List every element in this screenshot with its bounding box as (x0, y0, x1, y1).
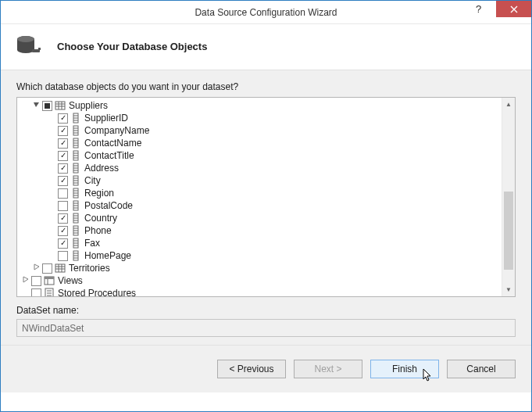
tree-label: Country (84, 212, 117, 224)
tree-label: Suppliers (69, 99, 108, 112)
checkbox-sprocs[interactable] (31, 288, 41, 298)
window-title: Data Source Configuration Wizard (1, 7, 531, 18)
tree-label: Region (84, 187, 114, 199)
tree-node-column[interactable]: ✓SupplierID (20, 112, 512, 124)
close-button[interactable] (496, 1, 531, 17)
checkbox-views[interactable] (31, 276, 41, 286)
tree-node-territories[interactable]: Territories (20, 262, 512, 274)
checkbox[interactable] (58, 251, 68, 261)
dataset-name-label: DataSet name: (16, 305, 516, 316)
svg-rect-3 (38, 48, 41, 50)
stored-procedures-icon (44, 288, 55, 297)
svg-rect-63 (45, 277, 54, 279)
prompt-label: Which database objects do you want in yo… (16, 81, 516, 92)
column-icon (70, 238, 81, 249)
tree-node-views[interactable]: Views (20, 274, 512, 287)
column-icon (70, 125, 81, 136)
expand-icon[interactable] (31, 262, 41, 274)
tree-node-column[interactable]: PostalCode (20, 199, 512, 212)
tree-label: City (84, 174, 101, 187)
column-icon (70, 138, 81, 149)
tree-label: Phone (84, 224, 112, 237)
checkbox[interactable] (58, 188, 68, 199)
checkbox[interactable]: ✓ (58, 113, 68, 124)
finish-button[interactable]: Finish (370, 360, 439, 378)
tree-label: HomePage (84, 249, 131, 262)
checkbox[interactable]: ✓ (58, 151, 68, 161)
column-icon (70, 188, 81, 199)
tree-node-column[interactable]: ✓CompanyName (20, 124, 512, 137)
checkbox[interactable]: ✓ (58, 226, 68, 236)
tree-node-column[interactable]: Region (20, 187, 512, 199)
checkbox[interactable]: ✓ (58, 163, 68, 174)
collapse-icon[interactable] (31, 99, 41, 112)
wizard-content: Which database objects do you want in yo… (1, 70, 531, 345)
tree-node-column[interactable]: HomePage (20, 249, 512, 262)
objects-tree[interactable]: Suppliers ✓SupplierID ✓CompanyName ✓Cont… (16, 97, 516, 297)
tree-label: SupplierID (84, 112, 128, 124)
previous-button[interactable]: < Previous (217, 360, 286, 378)
tree-label: Fax (84, 237, 100, 249)
window-controls: ? (461, 1, 531, 23)
cancel-button[interactable]: Cancel (447, 360, 516, 378)
button-label: Finish (392, 364, 417, 374)
dataset-name-input[interactable] (16, 319, 516, 337)
checkbox[interactable]: ✓ (58, 238, 68, 249)
tree-node-column[interactable]: ✓ContactTitle (20, 149, 512, 162)
page-title: Choose Your Database Objects (57, 41, 207, 52)
tree-label: PostalCode (84, 199, 133, 212)
cursor-icon (423, 368, 434, 382)
column-icon (70, 213, 81, 224)
tree-label: Stored Procedures (58, 287, 136, 297)
tree-label: Views (58, 274, 83, 287)
column-icon (70, 150, 81, 161)
column-icon (70, 175, 81, 186)
scroll-thumb[interactable] (504, 192, 513, 270)
tree-label: Territories (69, 262, 110, 274)
scrollbar[interactable]: ▲ ▼ (502, 98, 515, 296)
svg-rect-4 (55, 102, 65, 109)
tree-node-suppliers[interactable]: Suppliers (20, 99, 512, 112)
help-button[interactable]: ? (461, 1, 496, 17)
tree-node-column[interactable]: ✓Fax (20, 237, 512, 249)
checkbox-suppliers[interactable] (42, 101, 52, 111)
checkbox[interactable]: ✓ (58, 138, 68, 149)
next-button: Next > (294, 360, 362, 378)
tree-label: ContactName (84, 137, 141, 149)
tree-node-column[interactable]: ✓Country (20, 212, 512, 224)
views-icon (44, 275, 55, 286)
tree-node-column[interactable]: ✓Phone (20, 224, 512, 237)
checkbox[interactable] (58, 201, 68, 211)
tree-label: CompanyName (84, 124, 149, 137)
svg-point-1 (17, 36, 34, 42)
tree-label: Address (84, 162, 119, 174)
tree-label: ContactTitle (84, 149, 134, 162)
tree-node-sprocs[interactable]: ▸ Stored Procedures (20, 287, 512, 297)
column-icon (70, 163, 81, 174)
checkbox[interactable]: ✓ (58, 176, 68, 186)
column-icon (70, 250, 81, 261)
button-label: Next > (314, 364, 341, 374)
column-icon (70, 113, 81, 124)
wizard-header: Choose Your Database Objects (1, 24, 531, 70)
column-icon (70, 200, 81, 211)
tree-node-column[interactable]: ✓Address (20, 162, 512, 174)
expand-icon[interactable] (20, 274, 30, 287)
svg-rect-57 (55, 264, 65, 272)
checkbox[interactable]: ✓ (58, 213, 68, 224)
tree-node-column[interactable]: ✓City (20, 174, 512, 187)
close-icon (510, 5, 518, 13)
checkbox-territories[interactable] (42, 263, 52, 274)
tree-root: Suppliers ✓SupplierID ✓CompanyName ✓Cont… (17, 98, 515, 297)
database-icon (16, 35, 41, 57)
checkbox[interactable]: ✓ (58, 126, 68, 136)
titlebar: Data Source Configuration Wizard ? (1, 1, 531, 24)
scroll-up-icon[interactable]: ▲ (502, 98, 515, 111)
scroll-down-icon[interactable]: ▼ (502, 283, 515, 296)
wizard-footer: < Previous Next > Finish Cancel (1, 345, 531, 392)
tree-node-column[interactable]: ✓ContactName (20, 137, 512, 149)
table-icon (55, 263, 66, 274)
button-label: Cancel (466, 364, 495, 374)
column-icon (70, 225, 81, 236)
button-label: < Previous (229, 364, 273, 374)
